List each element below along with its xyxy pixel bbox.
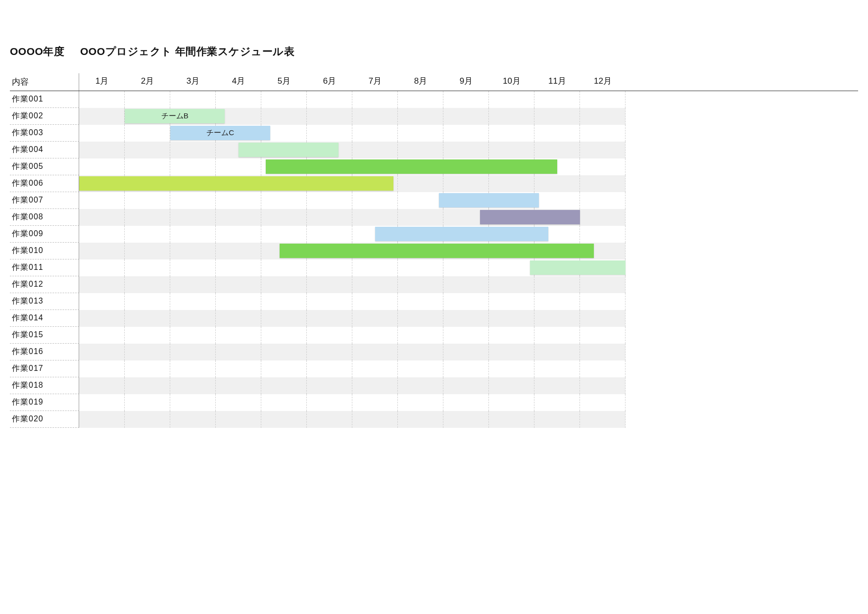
month-cell	[580, 91, 626, 108]
month-cell	[534, 276, 580, 293]
month-cell	[489, 108, 534, 125]
month-cell	[307, 310, 352, 327]
month-header: 2月	[125, 75, 170, 89]
table-row: 作業008	[10, 209, 858, 226]
month-cell	[398, 259, 443, 276]
month-cell	[79, 411, 125, 428]
month-cell	[307, 209, 352, 226]
month-cell	[261, 243, 307, 259]
month-cell	[398, 276, 443, 293]
month-cell	[170, 344, 216, 360]
month-cell	[352, 175, 398, 192]
month-cell	[580, 125, 626, 142]
month-cell	[580, 344, 626, 360]
month-cell	[489, 276, 534, 293]
table-row: 作業004	[10, 142, 858, 158]
month-cell	[580, 243, 626, 259]
month-cell	[307, 158, 352, 175]
table-row: 作業005	[10, 158, 858, 175]
month-cell	[443, 192, 489, 209]
row-label: 作業008	[10, 209, 79, 226]
month-cell	[216, 158, 261, 175]
month-cell	[125, 108, 170, 125]
month-cell	[398, 192, 443, 209]
month-cell	[443, 344, 489, 360]
month-cell	[352, 226, 398, 243]
month-header: 12月	[580, 75, 626, 89]
month-cell	[307, 360, 352, 377]
month-cell	[170, 259, 216, 276]
month-cell	[216, 276, 261, 293]
month-cell	[580, 377, 626, 394]
month-cell	[170, 91, 216, 108]
month-header: 8月	[398, 75, 443, 89]
month-cell	[352, 125, 398, 142]
month-cell	[489, 175, 534, 192]
month-cell	[352, 108, 398, 125]
month-cell	[534, 192, 580, 209]
month-cell	[489, 125, 534, 142]
row-label: 作業003	[10, 125, 79, 142]
month-cell	[443, 327, 489, 344]
table-row: 作業010	[10, 243, 858, 259]
header-row: 内容 1月2月3月4月5月6月7月8月9月10月11月12月	[10, 73, 858, 91]
month-cell	[261, 108, 307, 125]
row-label: 作業014	[10, 310, 79, 327]
month-cell	[352, 209, 398, 226]
title-project: OOOプロジェクト 年間作業スケジュール表	[80, 46, 294, 57]
month-cell	[125, 125, 170, 142]
month-cell	[79, 360, 125, 377]
table-row: 作業019	[10, 394, 858, 411]
row-label: 作業015	[10, 327, 79, 344]
month-cell	[534, 108, 580, 125]
month-cell	[443, 293, 489, 310]
month-cell	[261, 344, 307, 360]
month-cell	[216, 360, 261, 377]
month-cell	[125, 377, 170, 394]
month-header: 1月	[79, 75, 125, 89]
month-cell	[443, 259, 489, 276]
month-cell	[580, 394, 626, 411]
table-row: 作業020	[10, 411, 858, 428]
month-cell	[307, 91, 352, 108]
row-label: 作業019	[10, 394, 79, 411]
month-cell	[307, 276, 352, 293]
row-label: 作業007	[10, 192, 79, 209]
month-cell	[261, 209, 307, 226]
month-cell	[261, 226, 307, 243]
month-cell	[216, 377, 261, 394]
month-cell	[398, 344, 443, 360]
row-label: 作業020	[10, 411, 79, 428]
month-cell	[216, 175, 261, 192]
month-cell	[170, 327, 216, 344]
table-row: 作業013	[10, 293, 858, 310]
table-row: 作業002チームB	[10, 108, 858, 125]
month-cell	[307, 226, 352, 243]
month-cell	[489, 158, 534, 175]
month-cell	[489, 310, 534, 327]
month-cell	[170, 310, 216, 327]
month-cell	[489, 293, 534, 310]
row-label: 作業016	[10, 344, 79, 360]
month-cell	[352, 192, 398, 209]
month-cell	[443, 158, 489, 175]
month-cell	[534, 91, 580, 108]
month-cell	[125, 360, 170, 377]
month-cell	[489, 327, 534, 344]
month-cell	[443, 411, 489, 428]
month-cell	[489, 142, 534, 158]
month-cell	[398, 91, 443, 108]
month-cell	[261, 91, 307, 108]
month-cell	[443, 142, 489, 158]
month-cell	[398, 125, 443, 142]
month-cell	[534, 310, 580, 327]
month-cell	[534, 293, 580, 310]
month-cell	[534, 327, 580, 344]
month-cell	[398, 327, 443, 344]
month-cell	[489, 192, 534, 209]
month-cell	[170, 411, 216, 428]
month-header: 5月	[261, 75, 307, 89]
month-cell	[125, 142, 170, 158]
month-cell	[125, 394, 170, 411]
month-cell	[489, 243, 534, 259]
